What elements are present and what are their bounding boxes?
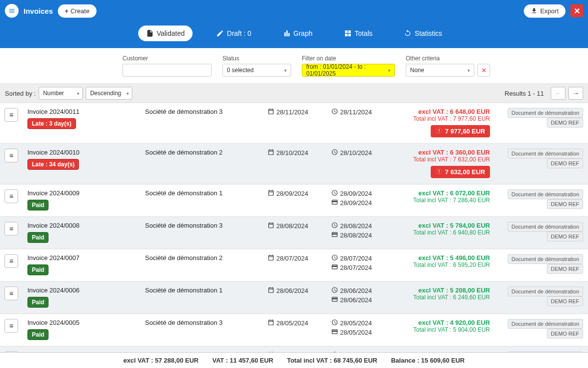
invoice-date: 28/11/2024: [268, 108, 325, 116]
paid-date: 28/09/2024: [331, 199, 389, 207]
invoice-number: Invoice 2024/0006: [27, 287, 139, 294]
tab-graph[interactable]: Graph: [275, 26, 320, 41]
clock-icon: [331, 189, 338, 198]
paid-date: 28/05/2024: [331, 328, 389, 337]
row-menu-button[interactable]: ≡: [4, 319, 18, 333]
results-label: Results 1 - 11: [505, 90, 544, 97]
create-button[interactable]: + Create: [58, 4, 97, 18]
row-menu-button[interactable]: ≡: [4, 108, 18, 122]
calendar-icon: [268, 254, 274, 263]
clock-icon: [331, 254, 338, 263]
status-badge: Late : 3 day(s): [27, 118, 76, 129]
paid-date: 28/08/2024: [331, 231, 389, 239]
company-name: Société de démonstration 1: [145, 287, 262, 294]
amount-incl-vat: Total incl VAT : 6 249,60 EUR: [395, 294, 490, 301]
invoice-row[interactable]: ≡ Invoice 2024/0007 Paid Société de démo…: [0, 249, 588, 282]
invoice-row[interactable]: ≡ Invoice 2024/0010 Late : 34 day(s) Soc…: [0, 144, 588, 184]
invoice-row[interactable]: ≡ Invoice 2024/0009 Paid Société de démo…: [0, 184, 588, 217]
card-icon: [331, 199, 338, 207]
footer-balance: Balance : 15 609,60 EUR: [391, 357, 465, 364]
due-date: 28/08/2024: [331, 222, 389, 230]
calendar-icon: [268, 108, 274, 116]
filters-row: Customer Status 0 selected Filter on dat…: [0, 48, 588, 84]
status-badge: Paid: [27, 200, 49, 210]
due-date: 28/05/2024: [331, 319, 389, 327]
row-menu-button[interactable]: ≡: [4, 189, 18, 203]
calendar-icon: [268, 222, 274, 230]
page-prev-button[interactable]: ←: [551, 87, 565, 100]
status-badge: Paid: [27, 232, 49, 243]
calendar-icon: [268, 149, 274, 157]
amount-incl-vat: Total incl VAT : 6 940,80 EUR: [395, 229, 490, 236]
tab-totals[interactable]: Totals: [336, 26, 381, 41]
warning-icon: [436, 168, 442, 176]
filter-status-select[interactable]: 0 selected: [222, 64, 291, 77]
tab-draft[interactable]: Draft : 0: [208, 26, 259, 41]
clock-icon: [331, 222, 338, 230]
calendar-icon: [268, 189, 274, 198]
filter-date-label: Filter on date: [302, 55, 395, 62]
filter-clear-button[interactable]: ✕: [477, 64, 490, 77]
card-icon: [331, 263, 338, 272]
hamburger-icon: ≡: [9, 111, 13, 119]
filter-customer-input[interactable]: [122, 64, 212, 77]
calendar-icon: [268, 319, 274, 327]
sort-direction-select[interactable]: Descending: [86, 87, 132, 100]
invoice-date: 28/08/2024: [268, 222, 325, 230]
row-menu-button[interactable]: ≡: [4, 254, 18, 268]
top-header: Invoices + Create Export ✕: [0, 0, 588, 22]
close-button[interactable]: ✕: [570, 4, 583, 17]
row-menu-button[interactable]: ≡: [4, 149, 18, 162]
filter-date-select[interactable]: from : 01/01/2024 - to : 01/01/2025: [302, 64, 395, 77]
tag: DEMO REF: [547, 158, 583, 168]
export-button[interactable]: Export: [524, 4, 565, 18]
clock-icon: [331, 149, 338, 157]
tag: Document de démonstration: [508, 108, 583, 118]
menu-button[interactable]: [5, 4, 19, 18]
status-badge: Paid: [27, 297, 49, 308]
amount-excl-vat: excl VAT : 5 208,00 EUR: [395, 287, 490, 294]
footer-incl: Total incl VAT : 68 745,60 EUR: [287, 357, 377, 364]
invoice-row[interactable]: ≡ Invoice 2024/0011 Late : 3 day(s) Soci…: [0, 103, 588, 144]
amount-incl-vat: Total incl VAT : 7 286,40 EUR: [395, 197, 490, 204]
filter-other-label: Other criteria: [406, 55, 490, 62]
hamburger-icon: ≡: [9, 322, 13, 330]
row-menu-button[interactable]: ≡: [4, 287, 18, 300]
document-icon: [146, 29, 154, 37]
tag: Document de démonstration: [508, 189, 583, 199]
invoice-row[interactable]: ≡ Invoice 2024/0008 Paid Société de démo…: [0, 217, 588, 249]
status-badge: Paid: [27, 329, 49, 340]
invoice-number: Invoice 2024/0011: [27, 108, 139, 115]
arrow-left-icon: ←: [555, 89, 562, 97]
tab-validated[interactable]: Validated: [138, 26, 193, 41]
tag: DEMO REF: [547, 296, 583, 306]
calendar-icon: [268, 287, 274, 295]
sort-row: Sorted by : Number Descending Results 1 …: [0, 84, 588, 103]
filter-customer-label: Customer: [122, 55, 212, 62]
amount-excl-vat: excl VAT : 5 496,00 EUR: [395, 254, 490, 262]
invoice-row[interactable]: ≡ Invoice 2024/0006 Paid Société de démo…: [0, 282, 588, 314]
row-menu-button[interactable]: ≡: [4, 222, 18, 236]
hamburger-icon: ≡: [9, 225, 13, 233]
sort-field-select[interactable]: Number: [39, 87, 83, 100]
due-date: 28/11/2024: [331, 108, 389, 116]
invoice-date: 28/10/2024: [268, 149, 325, 157]
tag: DEMO REF: [547, 118, 583, 128]
amount-incl-vat: Total incl VAT : 7 632,00 EUR: [395, 156, 490, 163]
sort-label: Sorted by :: [5, 90, 36, 97]
invoice-list[interactable]: ≡ Invoice 2024/0011 Late : 3 day(s) Soci…: [0, 103, 588, 352]
filter-other-select[interactable]: None: [406, 64, 474, 77]
status-badge: Paid: [27, 264, 49, 275]
tab-statistics[interactable]: Statistics: [396, 26, 450, 41]
invoice-row[interactable]: ≡ Invoice 2024/0004 Paid Société de démo…: [0, 346, 588, 352]
card-icon: [331, 231, 338, 239]
hamburger-icon: ≡: [9, 192, 13, 200]
company-name: Société de démonstration 3: [145, 319, 262, 326]
clock-icon: [331, 319, 338, 327]
paid-date: 28/06/2024: [331, 296, 389, 304]
invoice-row[interactable]: ≡ Invoice 2024/0005 Paid Société de démo…: [0, 314, 588, 346]
page-next-button[interactable]: →: [568, 87, 583, 100]
warning-icon: [436, 127, 442, 135]
company-name: Société de démonstration 1: [145, 189, 262, 197]
clock-icon: [331, 108, 338, 116]
